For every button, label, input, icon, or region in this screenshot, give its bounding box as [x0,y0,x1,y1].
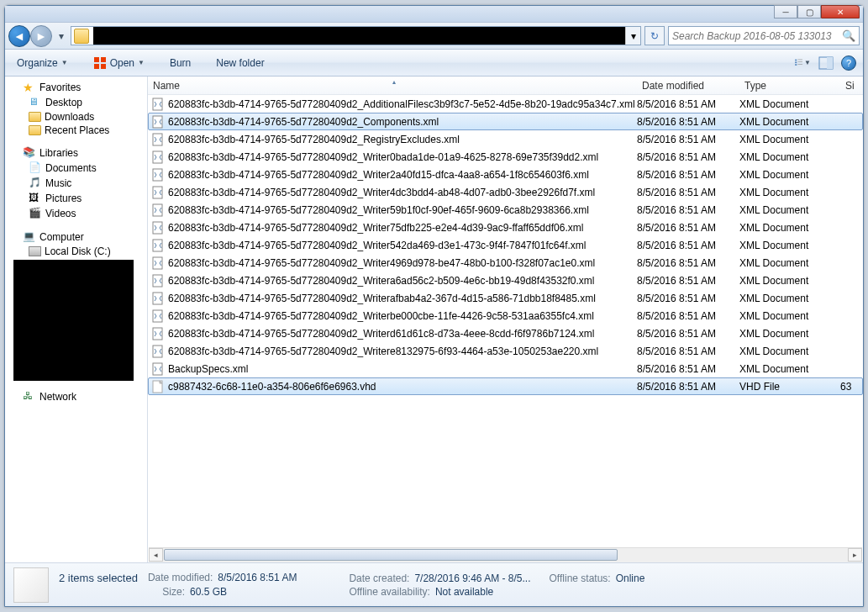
favorites-header[interactable]: ★Favorites [10,80,145,95]
file-row[interactable]: 620883fc-b3db-4714-9765-5d77280409d2_Wri… [148,289,863,307]
documents-icon: 📄 [29,161,42,175]
back-button[interactable]: ◄ [8,25,30,47]
file-name: 620883fc-b3db-4714-9765-5d77280409d2_Wri… [168,169,637,181]
new-folder-button[interactable]: New folder [211,54,269,72]
sidebar-item-localdisk[interactable]: Local Disk (C:) [10,245,145,258]
computer-header[interactable]: 💻Computer [10,230,145,245]
svg-rect-6 [795,61,797,63]
svg-rect-18 [153,204,162,216]
sidebar-item-desktop[interactable]: 🖥Desktop [10,95,145,110]
file-type: XML Document [739,134,840,145]
titlebar[interactable]: ─ ▢ ✕ [5,6,863,23]
search-box[interactable]: 🔍 [668,26,860,45]
column-type[interactable]: Type [739,80,840,92]
file-row[interactable]: 620883fc-b3db-4714-9765-5d77280409d2_Wri… [148,324,863,342]
file-list[interactable]: 620883fc-b3db-4714-9765-5d77280409d2_Add… [148,95,863,547]
sidebar-item-documents[interactable]: 📄Documents [10,161,145,176]
command-bar: Organize▼ Open▼ Burn New folder ▼ ? [5,50,863,76]
file-date: 8/5/2016 8:51 AM [637,346,739,357]
network-header[interactable]: 🖧Network [10,389,145,404]
file-date: 8/5/2016 8:51 AM [637,98,739,110]
xml-file-icon [151,168,165,182]
selection-thumbnail [13,567,49,603]
svg-rect-2 [94,64,99,69]
sidebar-item-music[interactable]: 🎵Music [10,176,145,191]
file-type: XML Document [739,222,840,234]
address-bar[interactable]: ▾ [71,26,641,45]
file-name: 620883fc-b3db-4714-9765-5d77280409d2_Reg… [168,134,637,145]
file-type: XML Document [739,240,840,251]
file-row[interactable]: 620883fc-b3db-4714-9765-5d77280409d2_Add… [148,95,863,113]
libraries-header[interactable]: 📚Libraries [10,145,145,161]
column-size[interactable]: Si [840,80,857,92]
file-type: XML Document [739,98,840,110]
scroll-left-button[interactable]: ◂ [149,548,163,562]
sidebar-item-videos[interactable]: 🎬Videos [10,206,145,221]
file-date: 8/5/2016 8:51 AM [637,275,739,287]
svg-rect-24 [153,310,162,322]
file-name: 620883fc-b3db-4714-9765-5d77280409d2_Wri… [168,310,637,322]
xml-file-icon [151,274,165,288]
file-name: 620883fc-b3db-4714-9765-5d77280409d2_Wri… [168,151,637,163]
file-row[interactable]: 620883fc-b3db-4714-9765-5d77280409d2_Reg… [148,130,863,148]
file-date: 8/5/2016 8:51 AM [637,151,739,163]
svg-rect-0 [94,57,99,62]
file-date: 8/5/2016 8:51 AM [637,293,739,304]
minimize-button[interactable]: ─ [774,5,797,18]
sidebar-item-recent[interactable]: Recent Places [10,124,145,137]
scroll-thumb[interactable] [164,549,618,561]
file-row[interactable]: 620883fc-b3db-4714-9765-5d77280409d2_Wri… [148,272,863,289]
file-row[interactable]: 620883fc-b3db-4714-9765-5d77280409d2_Wri… [148,201,863,219]
column-headers[interactable]: Name▴ Date modified Type Si [148,76,863,95]
file-row[interactable]: 620883fc-b3db-4714-9765-5d77280409d2_Wri… [148,148,863,166]
refresh-button[interactable]: ↻ [644,26,665,45]
close-button[interactable]: ✕ [821,5,860,18]
horizontal-scrollbar[interactable]: ◂ ▸ [149,547,862,562]
file-type: XML Document [739,151,840,163]
file-row[interactable]: 620883fc-b3db-4714-9765-5d77280409d2_Wri… [148,254,863,272]
file-row[interactable]: c9887432-6c68-11e0-a354-806e6f6e6963.vhd… [148,377,863,395]
scroll-right-button[interactable]: ▸ [848,548,862,562]
open-button[interactable]: Open▼ [88,53,150,73]
sidebar-item-pictures[interactable]: 🖼Pictures [10,191,145,206]
organize-button[interactable]: Organize▼ [12,54,73,72]
svg-rect-13 [153,116,162,128]
navigation-pane: ★Favorites 🖥Desktop Downloads Recent Pla… [5,76,148,562]
file-row[interactable]: 620883fc-b3db-4714-9765-5d77280409d2_Wri… [148,307,863,324]
view-options-button[interactable]: ▼ [794,55,811,71]
file-date: 8/5/2016 8:51 AM [637,257,739,269]
svg-rect-21 [153,257,162,269]
file-name: 620883fc-b3db-4714-9765-5d77280409d2_Add… [168,98,637,110]
column-date[interactable]: Date modified [637,80,739,92]
file-row[interactable]: 620883fc-b3db-4714-9765-5d77280409d2_Com… [148,113,863,130]
column-name[interactable]: Name▴ [148,80,637,92]
file-name: 620883fc-b3db-4714-9765-5d77280409d2_Wri… [168,275,637,287]
svg-rect-19 [153,222,162,234]
file-row[interactable]: 620883fc-b3db-4714-9765-5d77280409d2_Wri… [148,166,863,183]
file-name: 620883fc-b3db-4714-9765-5d77280409d2_Wri… [168,187,637,198]
burn-button[interactable]: Burn [165,54,196,72]
preview-pane-button[interactable] [818,55,834,71]
file-row[interactable]: 620883fc-b3db-4714-9765-5d77280409d2_Wri… [148,342,863,360]
file-name: c9887432-6c68-11e0-a354-806e6f6e6963.vhd [168,381,637,393]
file-row[interactable]: 620883fc-b3db-4714-9765-5d77280409d2_Wri… [148,183,863,201]
file-row[interactable]: 620883fc-b3db-4714-9765-5d77280409d2_Wri… [148,219,863,236]
folder-icon [29,112,41,122]
file-type: XML Document [739,275,840,287]
file-date: 8/5/2016 8:51 AM [637,363,739,375]
file-list-pane: Name▴ Date modified Type Si 620883fc-b3d… [148,76,863,562]
file-row[interactable]: 620883fc-b3db-4714-9765-5d77280409d2_Wri… [148,236,863,254]
forward-button[interactable]: ► [30,25,52,47]
address-dropdown[interactable]: ▾ [625,27,640,45]
search-icon[interactable]: 🔍 [842,29,855,42]
file-row[interactable]: BackupSpecs.xml8/5/2016 8:51 AMXML Docum… [148,360,863,377]
search-input[interactable] [672,30,842,42]
help-button[interactable]: ? [841,55,856,71]
pictures-icon: 🖼 [29,192,42,205]
nav-history-dropdown[interactable]: ▾ [55,30,67,42]
file-name: 620883fc-b3db-4714-9765-5d77280409d2_Wri… [168,222,637,234]
maximize-button[interactable]: ▢ [797,5,821,18]
videos-icon: 🎬 [29,207,42,220]
sidebar-item-downloads[interactable]: Downloads [10,110,145,124]
svg-rect-3 [101,64,106,69]
